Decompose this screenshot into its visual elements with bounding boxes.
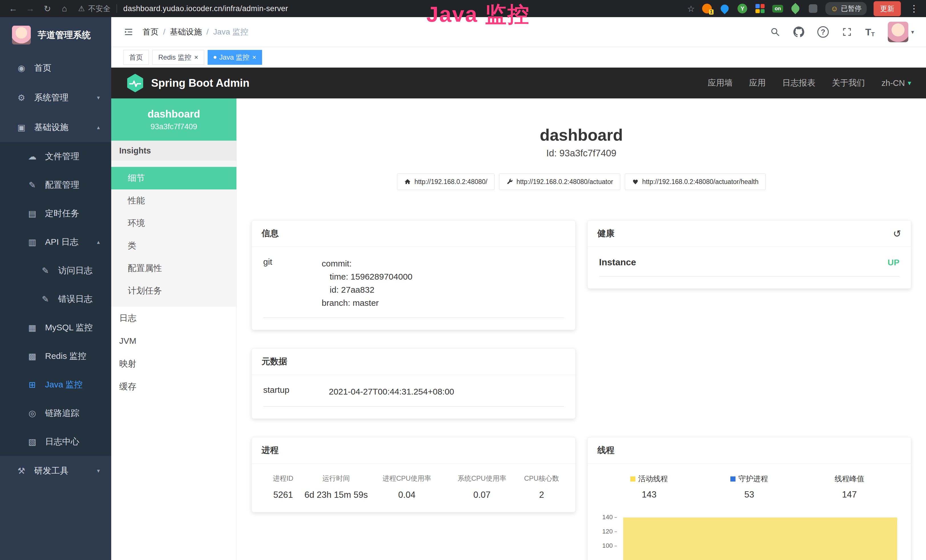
- schedule-icon: ▤: [27, 209, 38, 218]
- sidebar-item-trace[interactable]: ◎ 链路追踪: [0, 399, 111, 427]
- caret-down-icon: ▾: [911, 29, 914, 35]
- paused-label: 已暂停: [841, 4, 861, 13]
- address-bar[interactable]: dashboard.yudao.iocoder.cn/infra/admin-s…: [123, 4, 288, 13]
- tab-label: 首页: [129, 53, 143, 62]
- sba-menu-scheduled-tasks[interactable]: 计划任务: [111, 280, 236, 302]
- security-label: 不安全: [88, 4, 110, 14]
- search-icon[interactable]: [770, 27, 780, 37]
- ext-y-icon[interactable]: Y: [737, 3, 748, 14]
- site-security[interactable]: ⚠ 不安全: [78, 4, 110, 14]
- sidebar-item-dev-tools[interactable]: ⚒ 研发工具 ▾: [0, 456, 111, 486]
- sba-menu-mappings[interactable]: 映射: [111, 352, 236, 375]
- sidebar-item-access-log[interactable]: ✎ 访问日志: [0, 256, 111, 285]
- ext-blocker-icon[interactable]: 1: [702, 3, 713, 14]
- sidebar-item-error-log[interactable]: ✎ 错误日志: [0, 285, 111, 313]
- tab-java-monitor[interactable]: Java 监控 ×: [207, 50, 262, 65]
- actuator-url-label: http://192.168.0.2:48080/actuator: [516, 178, 613, 186]
- sba-menu-jvm[interactable]: JVM: [111, 330, 236, 352]
- app-sidebar: 芋道管理系统 ◉ 首页 ⚙ 系统管理 ▾ ▣ 基础设施 ▴ ☁ 文件管理: [0, 17, 111, 560]
- gauge-icon: ◉: [16, 63, 27, 73]
- reload-icon[interactable]: ↻: [40, 4, 55, 14]
- ext-switch-icon[interactable]: on: [772, 3, 783, 14]
- legend-value: 147: [799, 490, 899, 500]
- java-monitor-icon: ⊞: [27, 380, 38, 390]
- sidebar-item-scheduled-jobs[interactable]: ▤ 定时任务: [0, 199, 111, 228]
- threads-card-body: 活动线程 守护进程 线程峰值 143: [588, 463, 911, 560]
- sidebar-item-infra[interactable]: ▣ 基础设施 ▴: [0, 112, 111, 142]
- back-icon[interactable]: ←: [6, 4, 21, 14]
- page-title: dashboard: [237, 126, 926, 144]
- threads-card-title: 线程: [598, 445, 614, 456]
- user-avatar[interactable]: ▾: [888, 22, 914, 42]
- threads-legend: 活动线程 守护进程 线程峰值 143: [599, 474, 900, 500]
- close-icon[interactable]: ×: [252, 54, 256, 61]
- y-circle: Y: [737, 4, 747, 14]
- browser-menu-icon[interactable]: ⋮: [908, 3, 920, 14]
- breadcrumb-infra[interactable]: 基础设施: [170, 27, 202, 37]
- tab-home[interactable]: 首页: [123, 50, 149, 65]
- sba-menu-details[interactable]: 细节: [111, 167, 236, 189]
- hamburger-icon[interactable]: [123, 27, 134, 37]
- ext-dark-icon[interactable]: [808, 3, 819, 14]
- history-icon[interactable]: ↺: [893, 228, 902, 239]
- fullscreen-icon[interactable]: [842, 27, 852, 37]
- breadcrumb-home[interactable]: 首页: [142, 27, 159, 37]
- sba-menu-caches[interactable]: 缓存: [111, 375, 236, 398]
- sba-menu-environment[interactable]: 环境: [111, 212, 236, 235]
- sidebar-item-system[interactable]: ⚙ 系统管理 ▾: [0, 83, 111, 112]
- font-size-icon[interactable]: T T: [865, 27, 875, 38]
- ext-grid-icon[interactable]: [755, 3, 766, 14]
- sidebar-item-config-manage[interactable]: ✎ 配置管理: [0, 171, 111, 199]
- process-col-header: 进程CPU使用率: [369, 474, 444, 483]
- y-tick: 120: [599, 528, 617, 535]
- github-icon[interactable]: [793, 27, 804, 37]
- sba-menu-logs[interactable]: 日志: [111, 307, 236, 330]
- sba-nav-journal[interactable]: 日志报表: [782, 77, 816, 89]
- sba-nav-wallboard[interactable]: 应用墙: [708, 77, 732, 89]
- ext-leaf-icon[interactable]: [790, 3, 801, 14]
- service-url-button[interactable]: http://192.168.0.2:48080/: [397, 173, 495, 190]
- sidebar-item-label: 系统管理: [34, 92, 68, 104]
- sidebar-item-label: 链路追踪: [45, 407, 79, 419]
- y-tick: 140: [599, 513, 617, 521]
- sidebar-item-java-monitor[interactable]: ⊞ Java 监控: [0, 370, 111, 399]
- tab-bar: 首页 Redis 监控 × Java 监控 ×: [111, 47, 926, 68]
- metadata-card: 元数据 startup 2021-04-27T00:44:31.254+08:0…: [251, 348, 575, 419]
- update-button[interactable]: 更新: [873, 1, 901, 16]
- actuator-url-button[interactable]: http://192.168.0.2:48080/actuator: [499, 173, 620, 190]
- health-instance-label: Instance: [599, 257, 636, 268]
- sba-menu-config-props[interactable]: 配置属性: [111, 257, 236, 280]
- sidebar-item-home[interactable]: ◉ 首页: [0, 53, 111, 83]
- sba-brand[interactable]: Spring Boot Admin: [126, 74, 250, 92]
- health-url-button[interactable]: http://192.168.0.2:48080/actuator/health: [625, 173, 766, 190]
- sidebar-item-label: 访问日志: [58, 265, 92, 277]
- sidebar-item-label: 错误日志: [58, 293, 92, 305]
- close-icon[interactable]: ×: [194, 54, 198, 61]
- health-instance-row: Instance UP: [599, 257, 900, 277]
- ext-drop-icon[interactable]: [719, 3, 730, 14]
- process-col-header: CPU核心数: [520, 474, 564, 483]
- sidebar-item-redis-monitor[interactable]: ▩ Redis 监控: [0, 342, 111, 370]
- bookmark-star-icon[interactable]: ☆: [687, 4, 695, 14]
- sba-nav-applications[interactable]: 应用: [749, 77, 766, 89]
- sba-nav-about[interactable]: 关于我们: [832, 77, 865, 89]
- sba-menu-classes[interactable]: 类: [111, 235, 236, 257]
- sidebar-item-mysql-monitor[interactable]: ▦ MySQL 监控: [0, 313, 111, 342]
- legend-value: 143: [599, 490, 699, 500]
- app-logo[interactable]: 芋道管理系统: [0, 17, 111, 53]
- help-icon[interactable]: ?: [817, 26, 829, 38]
- sidebar-item-file-manage[interactable]: ☁ 文件管理: [0, 142, 111, 171]
- sidebar-item-api-log[interactable]: ▥ API 日志 ▴: [0, 228, 111, 256]
- forward-icon[interactable]: →: [23, 4, 38, 14]
- chevron-up-icon: ▴: [97, 239, 100, 245]
- sidebar-item-label: MySQL 监控: [45, 322, 93, 333]
- sba-menu-metrics[interactable]: 性能: [111, 189, 236, 212]
- profile-paused-badge[interactable]: ☺ 已暂停: [825, 2, 867, 15]
- sidebar-item-log-center[interactable]: ▧ 日志中心: [0, 427, 111, 456]
- home-icon[interactable]: ⌂: [57, 4, 72, 14]
- startup-value: 2021-04-27T00:44:31.254+08:00: [329, 385, 454, 398]
- warning-icon: ⚠: [78, 4, 85, 13]
- sba-locale-select[interactable]: zh-CN ▾: [882, 79, 911, 88]
- tab-redis-monitor[interactable]: Redis 监控 ×: [152, 50, 204, 65]
- instance-header[interactable]: dashboard 93a3fc7f7409: [111, 98, 236, 141]
